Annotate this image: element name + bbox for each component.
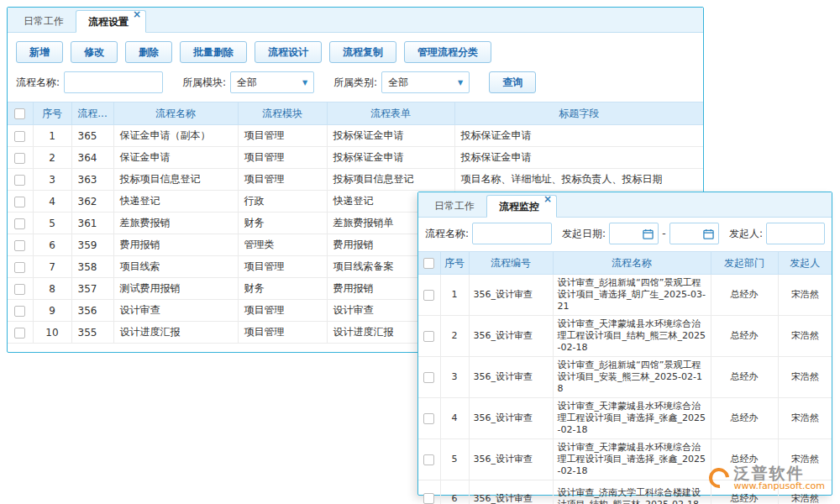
initiator-input[interactable] (766, 223, 825, 244)
table-cell: 9 (33, 300, 71, 322)
table-cell: 投标项目信息登记 (113, 169, 238, 191)
row-checkbox[interactable] (14, 131, 25, 142)
table-header-row: 序号 流程编号 流程名称 发起部门 发起人 (418, 252, 832, 275)
checkbox-cell (8, 169, 33, 191)
column-header-process-id: 流程... (71, 102, 113, 125)
delete-button[interactable]: 删除 (125, 41, 172, 63)
process-name-input[interactable] (472, 223, 552, 244)
table-row: 2364保证金申请项目管理投标保证金申请投标保证金申请 (8, 147, 703, 169)
table-cell: 宋浩然 (778, 316, 832, 357)
process-name-label: 流程名称: (16, 76, 60, 90)
checkbox-cell (8, 256, 33, 278)
process-monitor-window: 日常工作 流程监控 × 流程名称: 发起日期: - 发起人: (417, 192, 832, 496)
date-range-separator: - (662, 228, 665, 239)
row-checkbox[interactable] (14, 240, 25, 251)
table-cell: 项目管理 (238, 300, 327, 322)
row-checkbox[interactable] (14, 262, 25, 273)
row-checkbox[interactable] (423, 493, 434, 504)
row-checkbox[interactable] (423, 290, 434, 301)
checkbox-cell (8, 147, 33, 169)
table-cell: 4 (440, 398, 469, 439)
table-cell: 项目管理 (238, 322, 327, 344)
table-cell: 设计审查_天津蒙城县水环境综合治理工程设计项目_请选择_张鑫_2025-02-1… (553, 439, 711, 480)
table-cell: 356_设计审查 (469, 480, 553, 504)
table-cell: 项目管理 (238, 147, 327, 169)
table-cell: 363 (71, 169, 113, 191)
checkbox-cell (8, 191, 33, 213)
tab-label: 流程设置 (88, 16, 129, 28)
process-design-button[interactable]: 流程设计 (255, 41, 322, 63)
table-cell: 费用报销 (113, 234, 238, 256)
table-cell: 356_设计审查 (469, 398, 553, 439)
row-checkbox[interactable] (14, 284, 25, 295)
tab-process-monitor[interactable]: 流程监控 × (486, 195, 557, 218)
filter-bar: 流程名称: 发起日期: - 发起人: (418, 218, 832, 251)
row-checkbox[interactable] (14, 218, 25, 229)
process-name-input[interactable] (64, 71, 163, 93)
start-date-to-input[interactable] (669, 223, 719, 244)
table-cell: 宋浩然 (778, 357, 832, 398)
table-cell: 6 (33, 234, 71, 256)
table-cell: 356_设计审查 (469, 316, 553, 357)
batch-delete-button[interactable]: 批量删除 (180, 41, 247, 63)
checkbox-cell (8, 213, 33, 234)
table-cell: 总经办 (711, 357, 778, 398)
manage-process-category-button[interactable]: 管理流程分类 (404, 41, 491, 63)
table-cell: 356_设计审查 (469, 357, 553, 398)
process-copy-button[interactable]: 流程复制 (329, 41, 396, 63)
module-select[interactable]: 全部 ▼ (230, 71, 314, 93)
watermark-brand: 泛普软件 (734, 465, 825, 481)
table-cell: 设计审查_彭祖新城“四馆”景观工程设计项目_安装_熊三林_2025-02-18 (553, 357, 711, 398)
table-cell: 3 (33, 169, 71, 191)
table-cell: 差旅费报销 (113, 213, 238, 234)
calendar-icon[interactable] (703, 228, 714, 239)
checkbox-cell (418, 398, 440, 439)
select-all-checkbox[interactable] (423, 258, 434, 269)
start-date-from-input[interactable] (609, 223, 659, 244)
checkbox-cell (418, 275, 440, 316)
tab-daily-work[interactable]: 日常工作 (12, 11, 76, 32)
row-checkbox[interactable] (423, 454, 434, 465)
row-checkbox[interactable] (423, 372, 434, 383)
row-checkbox[interactable] (14, 175, 25, 186)
table-cell: 357 (71, 278, 113, 300)
table-cell: 356_设计审查 (469, 275, 553, 316)
table-cell: 2 (33, 147, 71, 169)
row-checkbox[interactable] (14, 197, 25, 207)
module-select-value: 全部 (237, 76, 257, 90)
row-checkbox[interactable] (14, 306, 25, 317)
table-cell: 设计审查_彭祖新城“四馆”景观工程设计项目_请选择_胡广生_2025-03-21 (553, 275, 711, 316)
row-checkbox[interactable] (14, 328, 25, 339)
calendar-icon[interactable] (643, 228, 654, 239)
table-cell: 项目管理 (238, 125, 327, 147)
row-checkbox[interactable] (14, 153, 25, 164)
checkbox-cell (8, 300, 33, 322)
filter-bar: 流程名称: 所属模块: 全部 ▼ 所属类别: 全部 ▼ 查询 (8, 68, 703, 102)
row-checkbox[interactable] (423, 413, 434, 424)
table-row: 2356_设计审查设计审查_天津蒙城县水环境综合治理工程设计项目_结构_熊三林_… (418, 316, 832, 357)
select-all-cell (418, 252, 440, 275)
tab-daily-work[interactable]: 日常工作 (423, 196, 486, 217)
close-icon[interactable]: × (133, 9, 141, 19)
query-button[interactable]: 查询 (489, 71, 536, 93)
checkbox-cell (418, 439, 440, 480)
table-cell: 设计进度汇报 (113, 322, 238, 344)
table-cell: 设计审查_天津蒙城县水环境综合治理工程设计项目_结构_熊三林_2025-02-1… (553, 316, 711, 357)
category-select[interactable]: 全部 ▼ (381, 71, 470, 93)
table-cell: 投标保证金申请 (327, 147, 454, 169)
table-cell: 保证金申请（副本） (113, 125, 238, 147)
initiator-label: 发起人: (729, 227, 763, 241)
select-all-checkbox[interactable] (14, 108, 25, 119)
table-cell: 358 (71, 256, 113, 278)
close-icon[interactable]: × (543, 194, 552, 204)
row-checkbox[interactable] (423, 331, 434, 342)
table-cell: 361 (71, 213, 113, 234)
checkbox-cell (8, 278, 33, 300)
table-cell: 总经办 (711, 275, 778, 316)
tab-process-settings[interactable]: 流程设置 × (76, 10, 146, 33)
add-button[interactable]: 新增 (16, 41, 63, 63)
column-header-title-field: 标题字段 (454, 102, 703, 125)
modify-button[interactable]: 修改 (71, 41, 118, 63)
select-all-cell (8, 102, 33, 125)
column-header-process-name: 流程名称 (113, 102, 238, 125)
